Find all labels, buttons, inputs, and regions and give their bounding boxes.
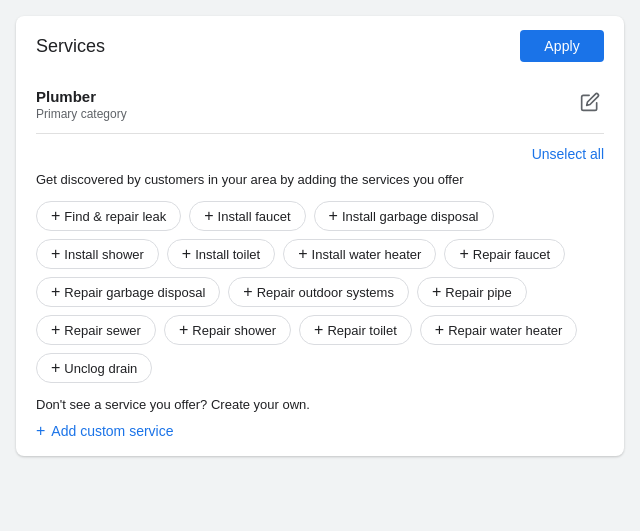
service-chip[interactable]: +Repair pipe	[417, 277, 527, 307]
apply-button[interactable]: Apply	[520, 30, 604, 62]
chip-label: Install water heater	[312, 247, 422, 262]
service-chip[interactable]: +Repair toilet	[299, 315, 412, 345]
service-chip[interactable]: +Repair outdoor systems	[228, 277, 409, 307]
chip-plus-icon: +	[432, 284, 441, 300]
service-chip[interactable]: +Repair shower	[164, 315, 291, 345]
chip-plus-icon: +	[51, 208, 60, 224]
chip-label: Unclog drain	[64, 361, 137, 376]
plus-icon: +	[36, 422, 45, 440]
chip-plus-icon: +	[243, 284, 252, 300]
service-chip[interactable]: +Repair sewer	[36, 315, 156, 345]
add-custom-service-button[interactable]: + Add custom service	[36, 422, 174, 440]
service-chip[interactable]: +Repair faucet	[444, 239, 565, 269]
unselect-all-button[interactable]: Unselect all	[532, 146, 604, 162]
card-header: Services Apply	[16, 16, 624, 76]
services-card: Services Apply Plumber Primary category …	[16, 16, 624, 456]
chip-plus-icon: +	[459, 246, 468, 262]
service-chip[interactable]: +Repair water heater	[420, 315, 578, 345]
custom-text: Don't see a service you offer? Create yo…	[36, 397, 604, 412]
category-section: Plumber Primary category	[16, 76, 624, 121]
chip-label: Repair sewer	[64, 323, 141, 338]
services-description: Get discovered by customers in your area…	[36, 172, 604, 187]
chip-label: Install shower	[64, 247, 143, 262]
service-chip[interactable]: +Unclog drain	[36, 353, 152, 383]
chip-plus-icon: +	[51, 322, 60, 338]
card-title: Services	[36, 36, 105, 57]
chip-label: Repair shower	[192, 323, 276, 338]
category-name: Plumber	[36, 88, 127, 105]
chip-label: Install toilet	[195, 247, 260, 262]
chip-label: Repair water heater	[448, 323, 562, 338]
chip-plus-icon: +	[329, 208, 338, 224]
chip-label: Find & repair leak	[64, 209, 166, 224]
service-chip[interactable]: +Install shower	[36, 239, 159, 269]
chip-label: Repair garbage disposal	[64, 285, 205, 300]
category-info: Plumber Primary category	[36, 88, 127, 121]
services-section: Unselect all Get discovered by customers…	[16, 134, 624, 456]
service-chip[interactable]: +Install garbage disposal	[314, 201, 494, 231]
chip-label: Install garbage disposal	[342, 209, 479, 224]
custom-section: Don't see a service you offer? Create yo…	[36, 397, 604, 440]
chip-label: Repair faucet	[473, 247, 550, 262]
unselect-row: Unselect all	[36, 146, 604, 162]
service-chip[interactable]: +Install faucet	[189, 201, 305, 231]
chip-plus-icon: +	[51, 246, 60, 262]
service-chip[interactable]: +Repair garbage disposal	[36, 277, 220, 307]
service-chip[interactable]: +Find & repair leak	[36, 201, 181, 231]
chip-plus-icon: +	[179, 322, 188, 338]
chips-container: +Find & repair leak+Install faucet+Insta…	[36, 201, 604, 383]
chip-plus-icon: +	[182, 246, 191, 262]
service-chip[interactable]: +Install water heater	[283, 239, 436, 269]
category-sub: Primary category	[36, 107, 127, 121]
chip-plus-icon: +	[204, 208, 213, 224]
edit-icon[interactable]	[576, 88, 604, 121]
chip-plus-icon: +	[314, 322, 323, 338]
chip-label: Repair toilet	[327, 323, 396, 338]
chip-plus-icon: +	[51, 360, 60, 376]
chip-label: Install faucet	[218, 209, 291, 224]
chip-plus-icon: +	[51, 284, 60, 300]
chip-plus-icon: +	[435, 322, 444, 338]
chip-label: Repair outdoor systems	[257, 285, 394, 300]
add-custom-label: Add custom service	[51, 423, 173, 439]
service-chip[interactable]: +Install toilet	[167, 239, 275, 269]
chip-label: Repair pipe	[445, 285, 512, 300]
chip-plus-icon: +	[298, 246, 307, 262]
